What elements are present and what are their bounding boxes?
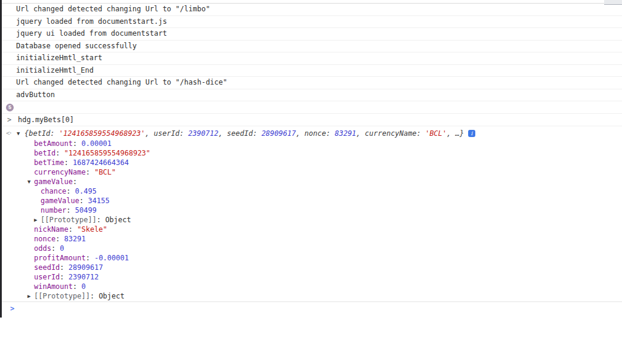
property-name: gameValue bbox=[41, 196, 79, 206]
object-property-tree: betAmount: 0.00001betId: "12416585955496… bbox=[2, 139, 622, 301]
preview-token-name: , seedId: bbox=[218, 129, 261, 138]
log-row: initializeHmtl_start bbox=[2, 52, 622, 65]
expand-arrow-icon[interactable]: ▶ bbox=[27, 291, 34, 301]
property-colon: : bbox=[60, 263, 68, 272]
property-value: Object bbox=[98, 291, 124, 301]
tree-row: gameValue: 34155 bbox=[2, 196, 622, 206]
preview-token-name: , userId: bbox=[145, 129, 188, 138]
preview-token-number: 28909617 bbox=[261, 129, 296, 138]
property-value: 50499 bbox=[75, 206, 97, 215]
property-name: seedId bbox=[34, 263, 60, 272]
scrollbar-corner bbox=[604, 0, 622, 5]
tree-row: nonce: 83291 bbox=[2, 234, 622, 244]
property-colon: : bbox=[86, 253, 94, 263]
property-colon: : bbox=[51, 244, 60, 253]
log-row: Database opened successfully bbox=[2, 41, 622, 53]
tree-row: ▶[[Prototype]]: Object bbox=[2, 215, 622, 225]
property-name: nonce bbox=[34, 234, 55, 244]
property-colon: : bbox=[79, 196, 88, 206]
property-name: profitAmount bbox=[34, 253, 86, 263]
console-result-block: <· ▼ {betId: '124165859554968923', userI… bbox=[2, 126, 622, 301]
property-value: 0 bbox=[81, 282, 85, 291]
console-badge-row: 5 bbox=[2, 101, 622, 114]
property-colon: : bbox=[69, 225, 77, 234]
property-value: 0.495 bbox=[75, 186, 97, 196]
property-value: 0.00001 bbox=[81, 139, 112, 148]
console-messages-area: Url changed detected changing Url to "/l… bbox=[2, 0, 622, 319]
devtools-console-panel: Url changed detected changing Url to "/l… bbox=[0, 0, 622, 364]
message-count-badge: 5 bbox=[6, 104, 14, 111]
property-name: odds bbox=[34, 244, 51, 253]
command-text: hdg.myBets[0] bbox=[18, 116, 74, 124]
property-colon: : bbox=[97, 215, 105, 225]
preview-token-name: , nonce: bbox=[296, 129, 335, 138]
prompt-chevron-icon: > bbox=[2, 304, 14, 313]
property-colon: : bbox=[73, 139, 81, 148]
property-name: [[Prototype]] bbox=[34, 291, 90, 301]
property-colon: : bbox=[66, 186, 75, 196]
property-name: betId bbox=[34, 148, 55, 158]
property-value: 1687424664364 bbox=[73, 158, 129, 167]
log-row: advButton bbox=[2, 89, 622, 102]
property-colon: : bbox=[90, 291, 98, 301]
preview-token-number: 2390712 bbox=[188, 129, 219, 138]
property-value: 83291 bbox=[64, 234, 86, 244]
property-name: [[Prototype]] bbox=[41, 215, 97, 225]
tree-row: currencyName: "BCL" bbox=[2, 167, 622, 177]
property-value: 0 bbox=[60, 244, 64, 253]
console-command-row: > hdg.myBets[0] bbox=[2, 114, 622, 126]
expand-arrow-icon[interactable]: ▼ bbox=[27, 177, 34, 186]
preview-token-name: , …} bbox=[447, 129, 464, 138]
property-colon: : bbox=[73, 177, 81, 186]
tree-row: userId: 2390712 bbox=[2, 272, 622, 282]
log-row: Url changed detected changing Url to "/l… bbox=[2, 4, 622, 16]
property-value: 28909617 bbox=[69, 263, 103, 272]
property-name: gameValue bbox=[34, 177, 73, 186]
tree-row: odds: 0 bbox=[2, 244, 622, 253]
tree-row: winAmount: 0 bbox=[2, 282, 622, 291]
property-colon: : bbox=[86, 167, 94, 177]
property-value: "124165859554968923" bbox=[64, 148, 151, 158]
object-preview: {betId: '124165859554968923', userId: 23… bbox=[24, 129, 464, 138]
property-colon: : bbox=[55, 234, 64, 244]
property-value: Object bbox=[105, 215, 131, 225]
property-value: 2390712 bbox=[69, 272, 99, 282]
info-icon[interactable]: i bbox=[468, 130, 475, 137]
preview-token-name: {betId: bbox=[24, 129, 59, 138]
tree-row: seedId: 28909617 bbox=[2, 263, 622, 272]
tree-row: profitAmount: -0.00001 bbox=[2, 253, 622, 263]
property-colon: : bbox=[60, 272, 68, 282]
property-name: currencyName bbox=[34, 167, 86, 177]
log-row: jquery ui loaded from documentstart bbox=[2, 28, 622, 41]
console-input[interactable] bbox=[18, 304, 622, 313]
log-row: jquery loaded from documentstart.js bbox=[2, 16, 622, 29]
log-row: Url changed detected changing Url to "/h… bbox=[2, 77, 622, 89]
property-colon: : bbox=[66, 206, 75, 215]
command-chevron-icon: > bbox=[2, 116, 18, 124]
console-log-list: Url changed detected changing Url to "/l… bbox=[2, 4, 622, 101]
property-name: winAmount bbox=[34, 282, 73, 291]
property-name: betTime bbox=[34, 158, 64, 167]
tree-row: ▶[[Prototype]]: Object bbox=[2, 291, 622, 301]
preview-token-name: , currencyName: bbox=[356, 129, 425, 138]
preview-token-string: 'BCL' bbox=[425, 129, 447, 138]
console-prompt-row[interactable]: > bbox=[2, 301, 622, 319]
expand-arrow-icon[interactable]: ▶ bbox=[34, 215, 41, 225]
property-value: "BCL" bbox=[94, 167, 116, 177]
tree-row: betId: "124165859554968923" bbox=[2, 148, 622, 158]
property-colon: : bbox=[73, 282, 81, 291]
return-value-icon: <· bbox=[2, 129, 16, 137]
tree-row: betTime: 1687424664364 bbox=[2, 158, 622, 167]
log-row: initializeHmtl_End bbox=[2, 65, 622, 77]
preview-token-string: '124165859554968923' bbox=[59, 129, 146, 138]
tree-row: betAmount: 0.00001 bbox=[2, 139, 622, 148]
property-name: chance bbox=[41, 186, 66, 196]
preview-token-number: 83291 bbox=[335, 129, 356, 138]
property-value: "Skele" bbox=[77, 225, 107, 234]
tree-row: nickName: "Skele" bbox=[2, 225, 622, 234]
property-name: betAmount bbox=[34, 139, 73, 148]
property-colon: : bbox=[55, 148, 64, 158]
result-preview-row: <· ▼ {betId: '124165859554968923', userI… bbox=[2, 127, 622, 139]
collapse-triangle-icon[interactable]: ▼ bbox=[16, 130, 24, 136]
property-value: -0.00001 bbox=[94, 253, 129, 263]
